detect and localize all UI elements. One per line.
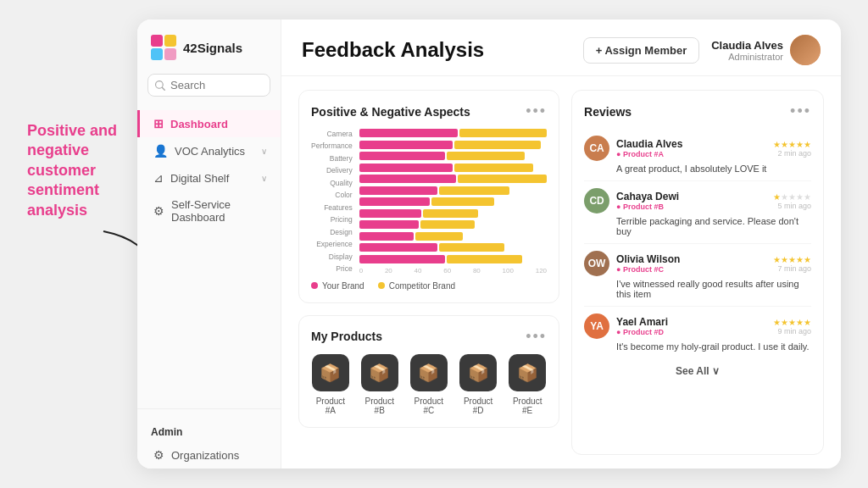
product-item[interactable]: 📦Product #E [508,354,547,415]
chevron-icon: ∨ [261,147,267,156]
brand-logo-icon [151,35,176,60]
star-filled: ★ [773,140,781,149]
chart-label: Experience [311,241,353,248]
products-card: My Products ••• 📦Product #A📦Product #B📦P… [298,315,559,428]
bar-your [359,175,456,183]
sidebar-item-label: Organizations [171,449,239,462]
search-input[interactable] [170,79,263,92]
user-text: Claudia Alves Administrator [711,39,783,62]
svg-rect-3 [151,48,163,60]
sidebar-item-dashboard[interactable]: ⊞ Dashboard [137,110,281,137]
sidebar-divider [137,408,281,409]
sidebar-item-label: VOC Analytics [175,145,245,158]
bar-comp [439,186,509,195]
review-rating: ★★★★★ 5 min ago [773,192,811,210]
header: Feedback Analysis + Assign Member Claudi… [281,19,841,76]
bar-row [359,220,547,229]
review-rating: ★★★★★ 2 min ago [773,140,811,158]
product-label: Product #D [459,396,498,415]
sidebar-item-organizations[interactable]: ⚙ Organizations [137,441,281,469]
review-list: CA Claudia Alves ● Product #A ★★★★★ 2 mi… [584,129,811,358]
chart-label: Camera [311,130,353,138]
review-time: 2 min ago [773,149,811,158]
review-meta: Claudia Alves ● Product #A [616,138,766,158]
chart-more-button[interactable]: ••• [526,103,547,120]
product-icon: 📦 [509,354,546,391]
legend-comp-label: Competitor Brand [389,281,455,291]
product-item[interactable]: 📦Product #B [360,354,399,415]
sidebar-item-self-service[interactable]: ⚙ Self-Service Dashboard [137,191,281,230]
x-axis-label: 40 [415,267,422,274]
sidebar-item-voc[interactable]: 👤 VOC Analytics ∨ [137,137,281,164]
sidebar: 42Signals ⊞ Dashboard 👤 VOC Analytics ∨ [137,19,281,469]
main-card: 42Signals ⊞ Dashboard 👤 VOC Analytics ∨ [137,19,841,469]
star-filled: ★ [788,140,796,149]
chart-label: Performance [311,142,353,150]
sidebar-item-label: Dashboard [170,118,228,130]
review-meta: Yael Amari ● Product #D [616,316,766,336]
reviewer-name: Olivia Wilson [616,253,766,265]
bar-row [359,152,547,160]
chart-card: Positive & Negative Aspects ••• CameraPe… [298,90,559,303]
chart-label: Design [311,229,353,236]
reviewer-name: Cahaya Dewi [616,191,766,202]
review-product: ● Product #C [616,265,766,274]
self-service-icon: ⚙ [153,204,164,218]
search-box[interactable] [147,74,270,97]
review-avatar: OW [584,251,609,276]
star-empty: ★ [804,192,811,202]
dashboard-icon: ⊞ [153,117,164,130]
sidebar-item-label: Digital Shelf [170,172,229,185]
reviews-more-button[interactable]: ••• [790,103,811,120]
bar-row [359,197,547,206]
sidebar-item-digital-shelf[interactable]: ⊿ Digital Shelf ∨ [137,164,281,191]
stars: ★★★★★ [773,140,811,149]
chart-label: Quality [311,180,353,187]
x-axis-label: 20 [385,267,392,274]
review-avatar: CD [584,188,609,214]
legend-your-label: Your Brand [322,281,364,291]
bar-comp [439,243,504,252]
star-filled: ★ [804,318,811,327]
bar-comp [458,175,547,183]
assign-member-button[interactable]: + Assign Member [583,37,700,64]
sidebar-nav: ⊞ Dashboard 👤 VOC Analytics ∨ ⊿ Digital … [137,110,281,398]
product-label: Product #E [508,396,547,415]
see-all-button[interactable]: See All ∨ [584,358,811,379]
legend-comp-brand: Competitor Brand [378,281,455,291]
review-item: OW Olivia Wilson ● Product #C ★★★★★ 7 mi… [584,244,811,307]
outer-wrapper: Positive and negative customer sentiment… [27,19,841,469]
product-item[interactable]: 📦Product #D [459,354,498,415]
bar-row [359,164,547,172]
review-top: OW Olivia Wilson ● Product #C ★★★★★ 7 mi… [584,251,811,276]
left-panels: Positive & Negative Aspects ••• CameraPe… [298,90,559,455]
legend-your-dot [311,282,318,289]
chart-label: Features [311,204,353,212]
star-filled: ★ [773,192,781,202]
star-filled: ★ [773,255,781,264]
star-filled: ★ [804,255,811,264]
products-more-button[interactable]: ••• [526,328,547,346]
dashboard-body: Positive & Negative Aspects ••• CameraPe… [281,76,841,469]
product-item[interactable]: 📦Product #A [311,354,350,415]
svg-rect-1 [151,35,163,47]
bar-row [359,175,547,183]
product-item[interactable]: 📦Product #C [409,354,448,415]
bar-your [359,243,437,252]
review-rating: ★★★★★ 7 min ago [773,255,811,273]
bar-comp [454,164,532,172]
reviews-header: Reviews ••• [584,103,811,120]
x-axis-label: 120 [536,267,547,274]
bar-your [359,255,445,263]
star-filled: ★ [781,255,788,264]
org-icon: ⚙ [153,448,164,462]
review-text: I've witnessed really good results after… [584,279,811,299]
star-empty: ★ [788,192,796,202]
review-item: YA Yael Amari ● Product #D ★★★★★ 9 min a… [584,307,811,358]
chart-label: Display [311,253,353,261]
bar-your [359,232,415,241]
bar-your [359,129,459,137]
chart-label: Color [311,191,353,199]
bar-comp [423,209,478,218]
star-filled: ★ [773,318,781,327]
